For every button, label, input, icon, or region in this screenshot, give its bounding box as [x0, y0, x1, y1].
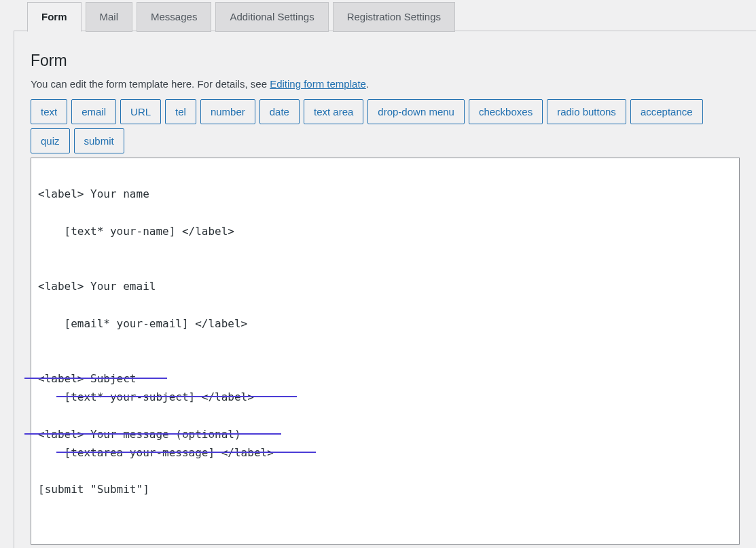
code-line: [submit "Submit"] [38, 480, 732, 498]
tab-mail[interactable]: Mail [86, 2, 133, 32]
code-line: [email* your-email] </label> [38, 314, 732, 333]
tag-textarea-button[interactable]: text area [304, 99, 363, 124]
intro-prefix: You can edit the form template here. For… [31, 78, 270, 90]
editing-form-template-link[interactable]: Editing form template [270, 78, 366, 90]
tag-submit-button[interactable]: submit [74, 128, 124, 153]
strikethrough-annotation [24, 433, 281, 435]
tag-url-button[interactable]: URL [120, 99, 161, 124]
intro-text: You can edit the form template here. For… [31, 78, 740, 90]
tag-date-button[interactable]: date [259, 99, 300, 124]
tag-email-button[interactable]: email [71, 99, 116, 124]
section-heading: Form [31, 52, 740, 70]
tab-additional-settings[interactable]: Additional Settings [215, 2, 328, 32]
tag-number-button[interactable]: number [200, 99, 255, 124]
tag-radio-button[interactable]: radio buttons [547, 99, 626, 124]
tag-text-button[interactable]: text [31, 99, 67, 124]
tag-acceptance-button[interactable]: acceptance [630, 99, 703, 124]
tag-checkboxes-button[interactable]: checkboxes [469, 99, 543, 124]
strikethrough-annotation [24, 378, 167, 379]
tab-navigation: Form Mail Messages Additional Settings R… [0, 0, 756, 31]
tag-dropdown-button[interactable]: drop-down menu [367, 99, 465, 124]
code-line: <label> Your name [38, 185, 732, 203]
tag-quiz-button[interactable]: quiz [31, 128, 70, 153]
tab-form[interactable]: Form [27, 2, 82, 32]
code-line: [text* your-name] </label> [38, 222, 732, 240]
strikethrough-annotation [56, 396, 297, 397]
code-line: <label> Your email [38, 277, 732, 295]
form-template-editor[interactable]: <label> Your name [text* your-name] </la… [31, 158, 740, 545]
tag-generator-buttons: text email URL tel number date text area… [31, 99, 740, 153]
tab-messages[interactable]: Messages [137, 2, 211, 32]
strikethrough-annotation [56, 452, 316, 453]
intro-suffix: . [366, 78, 369, 90]
tag-tel-button[interactable]: tel [165, 99, 196, 124]
tab-content-form: Form You can edit the form template here… [14, 31, 756, 548]
tab-registration-settings[interactable]: Registration Settings [333, 2, 455, 32]
